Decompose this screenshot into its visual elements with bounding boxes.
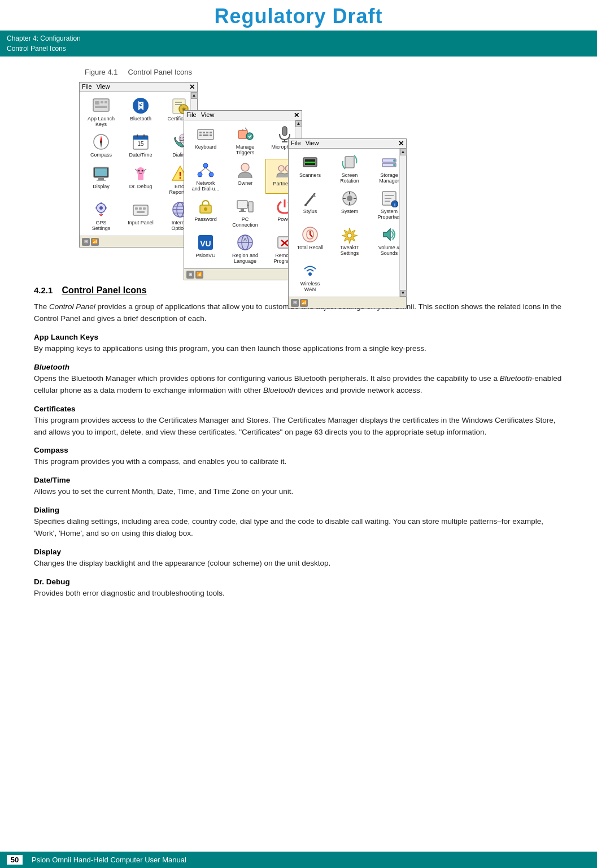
svg-point-96 xyxy=(304,204,307,206)
icon-app-launch-keys[interactable]: App Launch Keys xyxy=(82,94,120,129)
item-body-app-launch-keys: By mapping keys to applications using th… xyxy=(34,343,563,355)
svg-text:A: A xyxy=(243,237,247,242)
win3-scrollbar[interactable]: ▲ ▼ xyxy=(399,149,406,297)
svg-rect-2 xyxy=(101,101,103,103)
icon-display[interactable]: Display xyxy=(82,162,120,197)
icon-input-panel[interactable]: Input Panel xyxy=(121,198,160,233)
svg-point-61 xyxy=(203,163,208,168)
chapter-line2: Control Panel Icons xyxy=(7,44,590,54)
icon-psionvu[interactable]: VU PsionVU xyxy=(186,231,225,266)
watermark-title: Regulatory Draft xyxy=(214,5,382,28)
icon-pc-connection[interactable]: PC Connection xyxy=(226,195,264,230)
win3-close[interactable]: ✕ xyxy=(398,140,404,147)
svg-rect-39 xyxy=(143,207,146,210)
svg-text:i: i xyxy=(394,202,395,207)
svg-rect-38 xyxy=(139,207,142,210)
svg-point-29 xyxy=(142,170,143,172)
icon-screen-rotation[interactable]: Screen Rotation xyxy=(330,151,369,186)
svg-rect-47 xyxy=(199,132,202,133)
win3-menu-file[interactable]: File xyxy=(291,140,301,147)
storage-manager-icon xyxy=(380,153,398,171)
icon-stylus[interactable]: Stylus xyxy=(291,187,329,222)
win3-taskbar-icon1: ⊞ xyxy=(291,299,299,307)
svg-point-93 xyxy=(393,164,395,166)
icon-gps-settings[interactable]: GPS Settings xyxy=(82,198,120,233)
win1-menu-file[interactable]: File xyxy=(82,83,92,91)
datetime-icon: 15 xyxy=(132,133,150,151)
svg-rect-100 xyxy=(349,202,350,205)
stylus-icon xyxy=(301,189,319,207)
svg-text:!: ! xyxy=(178,171,181,180)
win1-taskbar-icon1: ⊞ xyxy=(82,238,90,246)
watermark-header: Regulatory Draft xyxy=(0,0,597,31)
icon-keyboard[interactable]: Keyboard xyxy=(186,123,225,158)
icon-compass[interactable]: Compass xyxy=(82,131,120,161)
svg-rect-37 xyxy=(135,207,138,210)
icon-datetime[interactable]: 15 Date/Time xyxy=(121,131,160,161)
bottom-bar-text: Psion Omnii Hand-Held Computer User Manu… xyxy=(32,856,186,864)
system-properties-icon: i xyxy=(380,189,398,207)
display-icon xyxy=(92,164,110,183)
icon-dr-debug[interactable]: Dr. Debug xyxy=(121,162,160,197)
svg-rect-24 xyxy=(98,178,104,180)
window2: File View ✕ Keyboard xyxy=(184,110,302,280)
win3-menu-view[interactable]: View xyxy=(306,140,319,147)
icon-tweakit-settings[interactable]: TweakIT Settings xyxy=(330,223,369,258)
icon-network[interactable]: Network and Dial-u... xyxy=(186,159,225,194)
icon-volume-sounds[interactable]: Volume & Sounds xyxy=(370,223,399,258)
screenshots-wrapper: File View ✕ App Launch Keys xyxy=(79,82,563,274)
icon-owner[interactable]: Owner xyxy=(226,159,264,194)
item-body-display: Changes the display backlight and the ap… xyxy=(34,558,563,570)
svg-rect-74 xyxy=(249,202,253,212)
win1-menu-view[interactable]: View xyxy=(97,83,110,91)
svg-rect-36 xyxy=(133,205,148,215)
icon-system-properties[interactable]: i System Properties xyxy=(370,187,399,222)
svg-rect-48 xyxy=(203,132,205,133)
win1-close[interactable]: ✕ xyxy=(189,83,195,91)
password-icon xyxy=(197,197,215,215)
svg-rect-16 xyxy=(133,136,148,140)
icon-scanners[interactable]: Scanners xyxy=(291,151,329,186)
screen-rotation-icon xyxy=(341,153,359,171)
icon-wireless-wan[interactable]: Wireless WAN xyxy=(291,259,329,294)
gps-settings-icon xyxy=(92,201,110,219)
dr-debug-icon xyxy=(132,164,150,183)
svg-rect-58 xyxy=(282,127,287,136)
win2-close[interactable]: ✕ xyxy=(294,111,299,119)
svg-rect-25 xyxy=(97,180,106,181)
item-heading-dialing: Dialing xyxy=(34,506,563,514)
win2-taskbar-icon2: 📶 xyxy=(195,271,203,279)
win1-menubar[interactable]: File View ✕ xyxy=(80,83,197,92)
chapter-bar: Chapter 4: Configuration Control Panel I… xyxy=(0,31,597,57)
figure-title: Control Panel Icons xyxy=(128,68,192,76)
win2-menubar[interactable]: File View ✕ xyxy=(184,111,302,120)
item-heading-bluetooth: Bluetooth xyxy=(34,363,563,371)
icon-total-recall[interactable]: Total Recall xyxy=(291,223,329,258)
item-heading-dr-debug: Dr. Debug xyxy=(34,578,563,586)
svg-point-66 xyxy=(241,163,249,171)
icon-storage-manager[interactable]: Storage Manager xyxy=(370,151,399,186)
win1-taskbar: ⊞ 📶 xyxy=(80,236,197,247)
svg-rect-23 xyxy=(95,168,107,176)
svg-point-62 xyxy=(198,172,202,177)
figure-label: Figure 4.1 xyxy=(85,68,118,76)
win1-body: App Launch Keys Bluetooth ★ xyxy=(80,92,197,236)
win1-icons: App Launch Keys Bluetooth ★ xyxy=(80,92,190,236)
item-body-dialing: Specifies dialing settings, including ar… xyxy=(34,516,563,540)
win3-icons: Scanners Screen Rotation xyxy=(289,149,399,297)
win3-taskbar: ⊞ 📶 xyxy=(289,297,406,308)
pc-connection-icon xyxy=(236,197,254,215)
icon-region-language[interactable]: A Region and Language xyxy=(226,231,264,266)
win3-menubar[interactable]: File View ✕ xyxy=(289,139,406,149)
total-recall-icon xyxy=(301,225,319,244)
icon-bluetooth[interactable]: Bluetooth xyxy=(121,94,160,129)
item-body-dr-debug: Provides both error diagnostic and troub… xyxy=(34,588,563,600)
wireless-wan-icon xyxy=(301,262,319,280)
win2-menu-file[interactable]: File xyxy=(186,111,197,119)
icon-system[interactable]: System xyxy=(330,187,369,222)
svg-rect-51 xyxy=(199,134,202,136)
svg-point-92 xyxy=(393,159,395,162)
icon-manage-triggers[interactable]: Manage Triggers xyxy=(226,123,264,158)
win2-menu-view[interactable]: View xyxy=(201,111,215,119)
icon-password[interactable]: Password xyxy=(186,195,225,230)
